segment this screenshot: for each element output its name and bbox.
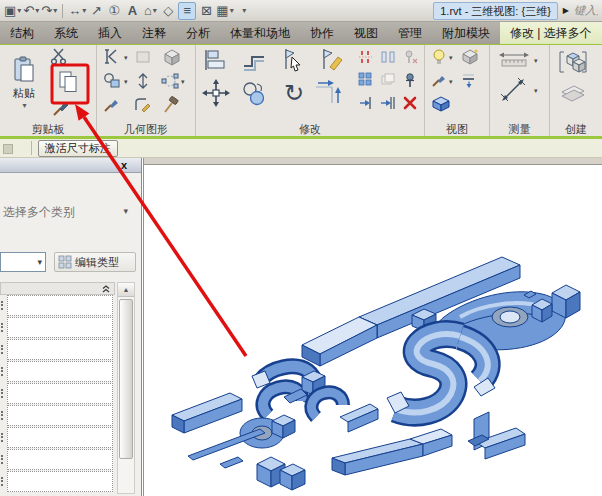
copy-button[interactable] bbox=[58, 70, 78, 94]
dimension-button[interactable] bbox=[500, 77, 526, 103]
geometry-tool-button[interactable] bbox=[135, 49, 151, 65]
caret-down-icon[interactable]: ▾ bbox=[449, 78, 453, 85]
tab-插入[interactable]: 插入 bbox=[88, 22, 132, 44]
move-button[interactable] bbox=[202, 79, 230, 107]
scrollbar-thumb[interactable] bbox=[119, 299, 133, 459]
caret-down-icon[interactable]: ▾ bbox=[534, 87, 538, 94]
section-button[interactable]: ◇ bbox=[160, 2, 176, 20]
trim-extend-single-button[interactable] bbox=[358, 95, 374, 111]
text-button[interactable]: A bbox=[124, 2, 140, 20]
type-selector-combo[interactable]: ▾ bbox=[0, 252, 46, 272]
duct-model[interactable] bbox=[144, 165, 602, 496]
undo-button[interactable]: ↶▾ bbox=[23, 2, 39, 20]
sync-button[interactable]: ▣▾ bbox=[4, 2, 21, 20]
property-value-cell[interactable] bbox=[7, 427, 113, 448]
edit-type-button[interactable]: 编辑类型 bbox=[54, 252, 136, 272]
group-button[interactable] bbox=[380, 72, 396, 88]
activate-dimensions-button[interactable]: 激活尺寸标注 bbox=[38, 140, 118, 157]
section-box-button[interactable] bbox=[431, 95, 451, 113]
scroll-up-arrow[interactable]: ▲ bbox=[118, 283, 134, 297]
rotate-button[interactable]: ↻ bbox=[280, 79, 308, 107]
property-value-cell[interactable] bbox=[7, 449, 113, 470]
tab-附加模块[interactable]: 附加模块 bbox=[432, 22, 500, 44]
property-value-cell[interactable] bbox=[7, 361, 113, 382]
cut-button[interactable] bbox=[50, 48, 68, 65]
chevron-down-icon[interactable]: ▾ bbox=[123, 206, 128, 216]
caret-down-icon[interactable]: ▾ bbox=[534, 57, 538, 64]
override-graphics-button[interactable] bbox=[431, 72, 447, 88]
property-value-cell[interactable] bbox=[7, 339, 113, 360]
temporary-hide-button[interactable] bbox=[431, 48, 447, 66]
demolish-set-button[interactable] bbox=[161, 72, 179, 90]
tab-视图[interactable]: 视图 bbox=[344, 22, 388, 44]
property-value-cell[interactable] bbox=[7, 295, 113, 316]
split-element-button[interactable] bbox=[103, 72, 121, 90]
split-with-gap-button[interactable] bbox=[380, 49, 396, 65]
pin-button[interactable] bbox=[402, 72, 418, 88]
delete-button[interactable] bbox=[402, 95, 418, 111]
property-value-cell[interactable] bbox=[7, 317, 113, 338]
default-3d-view-button[interactable]: ⌂▾ bbox=[142, 2, 158, 20]
drawing-area[interactable] bbox=[143, 158, 602, 496]
linework-button[interactable] bbox=[461, 72, 477, 88]
match-type-brush-icon bbox=[52, 99, 70, 117]
tab-注释[interactable]: 注释 bbox=[132, 22, 176, 44]
match-type-button[interactable] bbox=[52, 99, 70, 117]
category-selector[interactable]: 选择多个类别 bbox=[3, 204, 75, 221]
tab-管理[interactable]: 管理 bbox=[388, 22, 432, 44]
tab-active-modify[interactable]: 修改 | 选择多个 bbox=[500, 22, 602, 44]
paste-button[interactable]: 粘贴 ▾ bbox=[4, 47, 44, 119]
close-icon[interactable]: x bbox=[121, 158, 127, 172]
create-assembly-button[interactable] bbox=[558, 83, 588, 103]
switch-windows-button[interactable]: ▦▾ bbox=[216, 2, 233, 20]
tab-结构[interactable]: 结构 bbox=[0, 22, 44, 44]
measure-length-button[interactable] bbox=[498, 51, 530, 67]
properties-scrollbar[interactable]: ▲ bbox=[117, 282, 135, 494]
property-label-stub bbox=[1, 367, 6, 376]
thin-lines-toggle[interactable]: ≡ bbox=[178, 2, 196, 20]
caret-down-icon[interactable]: ▾ bbox=[124, 54, 128, 61]
collapse-chevrons-icon[interactable] bbox=[101, 284, 111, 294]
infocenter-search-input[interactable]: 键入关… bbox=[574, 3, 598, 18]
align-button[interactable] bbox=[202, 48, 230, 72]
tab-协作[interactable]: 协作 bbox=[300, 22, 344, 44]
show-hidden-button[interactable] bbox=[163, 48, 181, 66]
title-expand-icon[interactable]: ▶ bbox=[563, 6, 569, 15]
measure-button[interactable]: ↔▾ bbox=[68, 2, 86, 20]
property-value-cell[interactable] bbox=[7, 471, 113, 492]
wall-sweep-button[interactable] bbox=[135, 72, 151, 90]
edit-element-button[interactable] bbox=[316, 47, 344, 74]
cope-icon bbox=[240, 48, 268, 72]
caret-down-icon[interactable]: ▾ bbox=[181, 78, 185, 85]
demolish-button[interactable] bbox=[161, 96, 179, 114]
unpin-button[interactable] bbox=[402, 49, 418, 65]
tab-分析[interactable]: 分析 bbox=[176, 22, 220, 44]
trim-extend-multi-button[interactable] bbox=[380, 95, 396, 111]
tab-系统[interactable]: 系统 bbox=[44, 22, 88, 44]
close-hidden-windows-button[interactable]: ⊠ bbox=[198, 2, 214, 20]
property-value-cell[interactable] bbox=[7, 383, 113, 404]
customize-qat-button[interactable]: ▾ bbox=[236, 2, 252, 20]
array-button[interactable] bbox=[358, 72, 374, 88]
split-button[interactable] bbox=[358, 49, 374, 65]
apply-paint-button[interactable] bbox=[103, 96, 121, 114]
copy-modify-button[interactable] bbox=[240, 81, 268, 107]
properties-title-bar[interactable]: x bbox=[0, 158, 141, 173]
tab-体量和场地[interactable]: 体量和场地 bbox=[220, 22, 300, 44]
tag-by-category-button[interactable]: ① bbox=[106, 2, 122, 20]
wall-sweep-icon bbox=[135, 72, 151, 90]
sync-icon: ▣ bbox=[4, 4, 16, 17]
redo-button[interactable]: ↷▾ bbox=[41, 2, 57, 20]
property-value-cell[interactable] bbox=[7, 405, 113, 426]
caret-down-icon[interactable]: ▾ bbox=[449, 54, 453, 61]
offset-button[interactable] bbox=[314, 79, 344, 107]
edit-profile-button[interactable] bbox=[133, 96, 151, 114]
beam-join-button[interactable] bbox=[103, 48, 121, 65]
aligned-dimension-button[interactable]: ↗ bbox=[88, 2, 104, 20]
caret-down-icon[interactable]: ▾ bbox=[124, 78, 128, 85]
pick-new-host-button[interactable] bbox=[278, 47, 306, 74]
cope-button[interactable] bbox=[240, 48, 268, 72]
lightbulb-icon bbox=[431, 48, 447, 66]
create-parts-button[interactable] bbox=[558, 48, 588, 76]
default-3d-button[interactable] bbox=[461, 48, 479, 65]
